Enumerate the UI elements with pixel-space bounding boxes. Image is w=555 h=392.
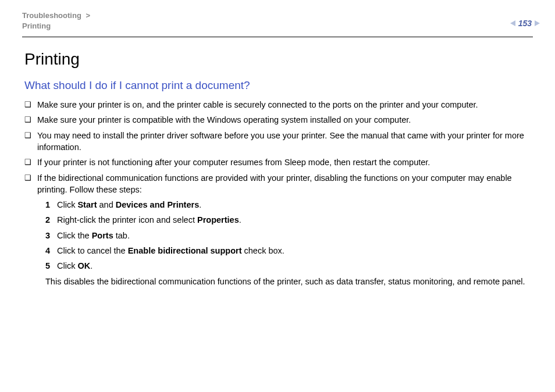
step-text: Right-click the printer icon and select … (57, 214, 533, 226)
step-number: 2 (45, 214, 57, 226)
bullet-text: If your printer is not functioning after… (37, 156, 533, 168)
trailing-note: This disables the bidirectional communic… (24, 276, 533, 287)
breadcrumb-separator: > (81, 11, 90, 20)
step-text: Click Start and Devices and Printers. (57, 199, 533, 211)
prev-page-arrow-icon[interactable] (510, 20, 515, 26)
step-number: 4 (45, 245, 57, 256)
step-number: 3 (45, 230, 57, 241)
bullet-list: ❑ Make sure your printer is on, and the … (24, 99, 533, 195)
page-header: Troubleshooting > Printing 153 (12, 10, 543, 37)
bullet-icon: ❑ (24, 99, 37, 111)
list-item: 3 Click the Ports tab. (45, 230, 533, 241)
document-page: Troubleshooting > Printing 153 Printing … (0, 0, 555, 299)
page-content: Printing What should I do if I cannot pr… (12, 37, 543, 287)
page-title: Printing (24, 50, 533, 69)
section-heading: What should I do if I cannot print a doc… (24, 79, 533, 92)
step-text: Click OK. (57, 260, 533, 272)
list-item: ❑ Make sure your printer is on, and the … (24, 99, 533, 111)
bullet-text: If the bidirectional communication funct… (37, 172, 533, 196)
page-navigation: 153 (510, 10, 540, 28)
bullet-icon: ❑ (24, 156, 37, 168)
breadcrumb-current: Printing (22, 21, 90, 31)
breadcrumb-parent: Troubleshooting (22, 11, 81, 20)
bullet-icon: ❑ (24, 172, 37, 184)
next-page-arrow-icon[interactable] (535, 20, 540, 26)
list-item: ❑ If the bidirectional communication fun… (24, 172, 533, 196)
page-number: 153 (518, 19, 532, 28)
bullet-icon: ❑ (24, 114, 37, 126)
step-text: Click the Ports tab. (57, 230, 533, 241)
step-text: Click to cancel the Enable bidirectional… (57, 245, 533, 256)
step-number: 5 (45, 260, 57, 272)
list-item: ❑ Make sure your printer is compatible w… (24, 114, 533, 126)
bullet-icon: ❑ (24, 130, 37, 141)
step-number: 1 (45, 199, 57, 211)
bullet-text: Make sure your printer is on, and the pr… (37, 99, 533, 111)
list-item: 2 Right-click the printer icon and selec… (45, 214, 533, 226)
list-item: ❑ If your printer is not functioning aft… (24, 156, 533, 168)
list-item: 5 Click OK. (45, 260, 533, 272)
bullet-text: Make sure your printer is compatible wit… (37, 114, 533, 126)
list-item: 1 Click Start and Devices and Printers. (45, 199, 533, 211)
list-item: 4 Click to cancel the Enable bidirection… (45, 245, 533, 256)
list-item: ❑ You may need to install the printer dr… (24, 130, 533, 154)
step-list: 1 Click Start and Devices and Printers. … (24, 199, 533, 272)
bullet-text: You may need to install the printer driv… (37, 130, 533, 154)
breadcrumb: Troubleshooting > Printing (22, 10, 90, 31)
